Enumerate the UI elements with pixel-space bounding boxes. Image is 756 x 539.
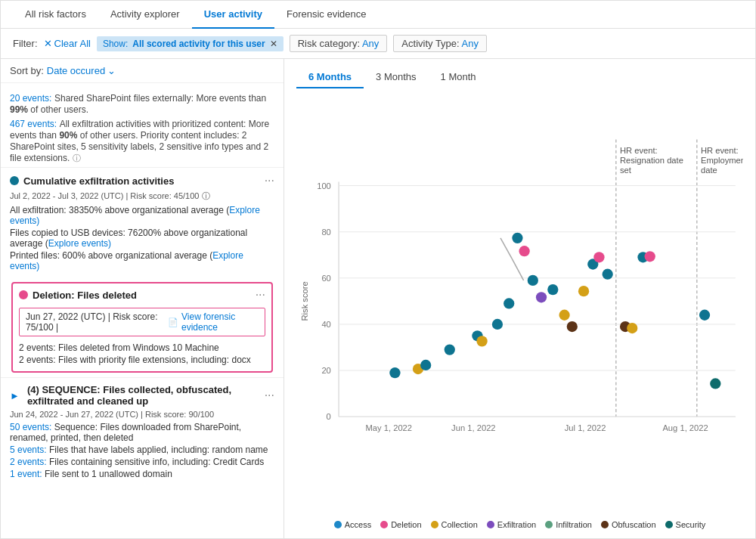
explore-events-link-1[interactable]: Explore events) (10, 205, 260, 226)
dot-collection-3[interactable] (559, 310, 569, 321)
exfiltration-detail-1: All exfiltration: 38350% above organizat… (10, 205, 274, 226)
y-tick-60: 60 (321, 274, 330, 283)
legend-access-dot (334, 521, 342, 528)
sequence-expand-button[interactable]: ► (10, 390, 20, 401)
x-icon: ✕ (44, 38, 52, 49)
explore-events-link-3[interactable]: Explore events) (10, 250, 243, 271)
dot-security-1[interactable] (710, 378, 720, 389)
info-icon[interactable]: ⓘ (73, 153, 81, 163)
sort-value[interactable]: Date occured ⌄ (47, 65, 116, 76)
filter-bar: Filter: ✕ Clear All Show: All scored act… (1, 29, 755, 59)
events-467-link[interactable]: 467 events: (10, 119, 57, 129)
legend-obfuscation-label: Obfuscation (612, 520, 656, 529)
events-list: 20 events: Shared SharePoint files exter… (1, 83, 284, 538)
meta-info-icon[interactable]: ⓘ (202, 191, 210, 200)
explore-events-link-2[interactable]: Explore events) (48, 238, 111, 249)
deletion-more-options-button[interactable]: ··· (256, 288, 265, 302)
legend-security-dot (665, 521, 673, 528)
sequence-detail-3: 2 events: Files containing sensitive inf… (10, 457, 274, 467)
events-2-link[interactable]: 2 events: (10, 457, 47, 467)
dot-deletion-2[interactable] (593, 252, 604, 262)
x-label-jun: Jun 1, 2022 (451, 423, 495, 432)
scatter-chart: HR event: Resignation date set HR event:… (296, 94, 743, 516)
legend-deletion-label: Deletion (391, 520, 421, 529)
legend-collection-dot (431, 521, 438, 528)
chip-close-button[interactable]: ✕ (270, 39, 277, 49)
forensic-icon: 📄 (168, 318, 178, 327)
activity-type-filter[interactable]: Activity Type: Any (393, 35, 487, 52)
sequence-card: ► (4) SEQUENCE: Files collected, obfusca… (1, 377, 284, 487)
x-label-aug: Aug 1, 2022 (662, 423, 708, 432)
sort-bar[interactable]: Sort by: Date occured ⌄ (1, 59, 284, 83)
dot-access-3[interactable] (445, 344, 455, 355)
legend-obfuscation-dot (601, 521, 609, 528)
dot-access-6[interactable] (503, 298, 514, 308)
events-20-link[interactable]: 20 events: (10, 93, 51, 104)
legend-exfiltration-dot (487, 521, 494, 528)
tab-all-risk[interactable]: All risk factors (13, 1, 98, 29)
sequence-more-options-button[interactable]: ··· (265, 389, 274, 402)
deletion-detail-1: 2 events: Files deleted from Windows 10 … (19, 342, 265, 353)
x-label-jul: Jul 1, 2022 (565, 423, 606, 432)
legend-security-label: Security (676, 520, 706, 529)
tab-user-activity[interactable]: User activity (192, 1, 274, 29)
sort-date-label: Date occured (47, 65, 105, 76)
dot-access-connected-1[interactable] (512, 233, 522, 243)
tab-activity-explorer[interactable]: Activity explorer (98, 1, 192, 29)
sequence-detail-1: 50 events: Sequence: Files downloaded fr… (10, 422, 274, 443)
dot-access-11[interactable] (699, 310, 710, 321)
hr-label-2-line1: HR event: (701, 146, 739, 155)
connect-line-2 (512, 259, 523, 280)
forensic-evidence-box: Jun 27, 2022 (UTC) | Risk score: 75/100 … (19, 308, 265, 336)
dot-deletion-1[interactable] (519, 246, 529, 256)
header-event-2: 467 events: All exfiltration activities … (10, 118, 274, 164)
header-event-1: 20 events: Shared SharePoint files exter… (10, 92, 274, 115)
legend-collection-label: Collection (442, 520, 478, 529)
filter-label: Filter: (13, 38, 38, 49)
events-50-link[interactable]: 50 events: (10, 422, 51, 432)
events-1-link[interactable]: 1 event: (10, 469, 42, 479)
view-forensic-evidence-link[interactable]: View forensic evidence (181, 311, 259, 333)
legend-exfiltration: Exfiltration (487, 520, 536, 529)
dot-access-7[interactable] (547, 284, 558, 295)
dot-access-2[interactable] (420, 360, 431, 370)
deletion-files-card: Deletion: Files deleted ··· Jun 27, 2022… (11, 282, 273, 373)
dot-access-9[interactable] (603, 269, 613, 280)
dot-access-connected-2[interactable] (528, 275, 538, 286)
y-tick-100: 100 (317, 181, 331, 191)
dot-collection-2[interactable] (476, 336, 487, 346)
show-filter-chip: Show: All scored activity for this user … (97, 36, 284, 51)
legend-deletion-dot (380, 521, 388, 528)
dot-collection-5[interactable] (627, 323, 637, 333)
y-tick-40: 40 (321, 320, 330, 329)
sequence-title: ► (4) SEQUENCE: Files collected, obfusca… (10, 384, 265, 407)
chip-show-label: Show: (103, 39, 128, 49)
tab-3months[interactable]: 3 Months (364, 67, 428, 88)
exfiltration-detail-3: Printed files: 600% above organizational… (10, 250, 274, 271)
legend-security: Security (665, 520, 706, 529)
more-options-button[interactable]: ··· (265, 174, 274, 187)
tab-1month[interactable]: 1 Month (429, 67, 488, 88)
dot-obfuscation-1[interactable] (567, 321, 578, 332)
sequence-detail-2: 5 events: Files that have labels applied… (10, 445, 274, 455)
deletion-title: Deletion: Files deleted (19, 290, 137, 301)
legend-infiltration-label: Infiltration (556, 520, 592, 529)
legend-obfuscation: Obfuscation (601, 520, 656, 529)
legend-access: Access (334, 520, 371, 529)
dot-deletion-3[interactable] (645, 251, 655, 262)
hr-label-2-line2: Employment end (701, 156, 743, 165)
risk-category-filter[interactable]: Risk category: Any (290, 35, 388, 52)
dot-exfiltration-1[interactable] (536, 292, 547, 302)
tab-forensic-evidence[interactable]: Forensic evidence (274, 1, 379, 29)
dot-collection-4[interactable] (578, 286, 589, 296)
cumulative-meta: Jul 2, 2022 - Jul 3, 2022 (UTC) | Risk s… (10, 191, 274, 202)
dot-access-5[interactable] (492, 319, 503, 330)
tab-6months[interactable]: 6 Months (296, 67, 364, 88)
sequence-detail-4: 1 event: File sent to 1 unallowed domain (10, 469, 274, 479)
hr-label-2-line3: date (701, 166, 717, 175)
right-panel: 6 Months 3 Months 1 Month HR event: Resi… (284, 59, 755, 538)
cumulative-title: Cumulative exfiltration activities (10, 175, 174, 187)
events-5-link[interactable]: 5 events: (10, 445, 47, 455)
dot-access-1[interactable] (389, 367, 400, 378)
clear-all-button[interactable]: ✕ Clear All (44, 38, 91, 49)
